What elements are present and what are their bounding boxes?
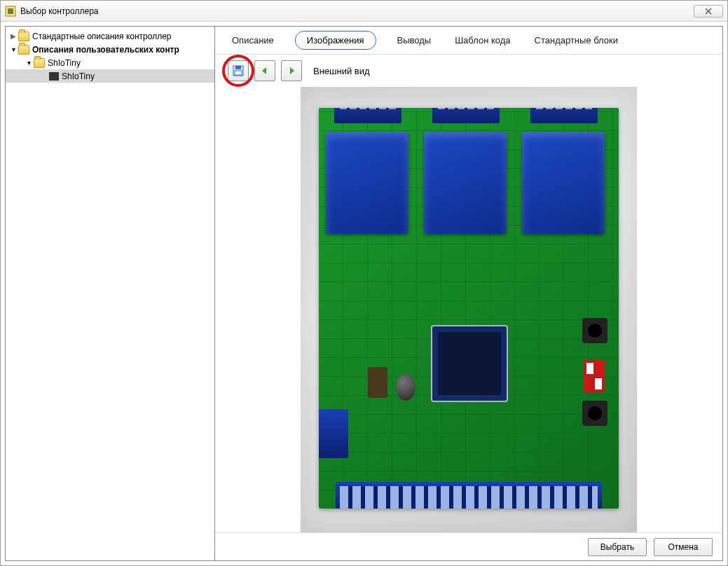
- terminal-block: [432, 108, 500, 123]
- tree-panel: ▶ Стандартные описания контроллер ▾ Опис…: [5, 26, 215, 561]
- tab-description[interactable]: Описание: [229, 31, 277, 50]
- arrow-left-icon: [260, 66, 270, 76]
- tree-item-shiotiny-folder[interactable]: ▾ ShIoTiny: [6, 56, 214, 69]
- dialog-window: Выбор контроллера ▶ Стандартные описания…: [0, 0, 728, 566]
- tact-button: [582, 401, 607, 426]
- select-button[interactable]: Выбрать: [588, 538, 647, 556]
- tab-code-template[interactable]: Шаблон кода: [452, 31, 513, 50]
- image-caption: Внешний вид: [313, 66, 370, 76]
- folder-icon: [18, 32, 29, 41]
- arrow-right-icon: [287, 66, 296, 76]
- tact-button: [582, 318, 607, 343]
- wifi-module: [431, 325, 508, 402]
- board-image: [301, 87, 637, 532]
- pcb: [319, 108, 619, 509]
- tree-item-label: ShIoTiny: [48, 58, 81, 68]
- tabs: Описание Изображения Выводы Шаблон кода …: [215, 27, 722, 55]
- cancel-button[interactable]: Отмена: [654, 538, 713, 556]
- tab-standard-blocks[interactable]: Стандартные блоки: [532, 31, 621, 50]
- relay: [424, 132, 507, 234]
- close-button[interactable]: [694, 5, 723, 18]
- tree-item-standard[interactable]: ▶ Стандартные описания контроллер: [6, 29, 214, 43]
- relay: [522, 132, 605, 234]
- detail-panel: Описание Изображения Выводы Шаблон кода …: [215, 26, 723, 561]
- chevron-down-icon[interactable]: ▾: [24, 59, 34, 67]
- capacitor: [368, 367, 387, 398]
- next-image-button[interactable]: [281, 60, 302, 81]
- svg-rect-3: [235, 66, 241, 69]
- tab-pins[interactable]: Выводы: [394, 31, 434, 50]
- folder-icon: [18, 45, 29, 55]
- tree-item-label: Стандартные описания контроллер: [32, 32, 172, 41]
- tree-item-label: ShIoTiny: [62, 71, 95, 81]
- terminal-block: [336, 482, 602, 509]
- save-icon: [233, 65, 244, 76]
- image-toolbar: Внешний вид: [215, 55, 722, 87]
- folder-icon: [34, 58, 45, 68]
- terminal-block: [530, 108, 598, 123]
- terminal-block: [319, 409, 348, 458]
- dip-switch: [584, 360, 605, 392]
- tree-item-shiotiny-chip[interactable]: ▶ ShIoTiny: [6, 69, 214, 83]
- prev-image-button[interactable]: [254, 60, 275, 81]
- dialog-footer: Выбрать Отмена: [215, 532, 722, 560]
- chevron-down-icon[interactable]: ▾: [8, 46, 18, 53]
- svg-rect-1: [8, 8, 13, 14]
- dialog-body: ▶ Стандартные описания контроллер ▾ Опис…: [1, 22, 727, 565]
- svg-rect-4: [235, 71, 242, 75]
- window-title: Выбор контроллера: [20, 6, 694, 16]
- save-button[interactable]: [228, 60, 249, 81]
- relay: [326, 132, 408, 234]
- close-icon: [705, 8, 712, 15]
- chevron-right-icon[interactable]: ▶: [8, 32, 18, 40]
- capacitor: [396, 374, 415, 401]
- image-viewport: [215, 87, 722, 532]
- tree-item-user[interactable]: ▾ Описания пользовательских контр: [6, 43, 214, 56]
- tab-images[interactable]: Изображения: [295, 31, 376, 50]
- terminal-block: [334, 108, 401, 123]
- titlebar: Выбор контроллера: [1, 1, 727, 22]
- tree-item-label: Описания пользовательских контр: [32, 45, 179, 55]
- app-icon: [5, 6, 16, 17]
- chip-icon: [49, 72, 59, 81]
